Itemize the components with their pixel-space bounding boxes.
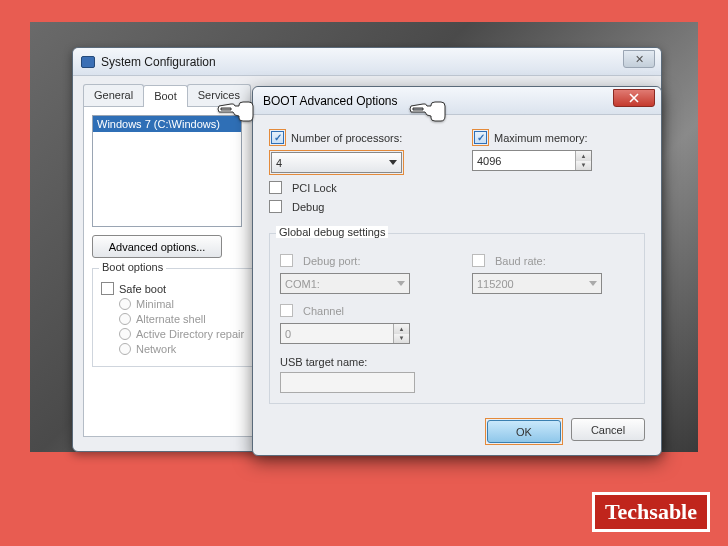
dialog-buttons: OK Cancel: [269, 418, 645, 445]
baud-rate-value: 115200: [477, 278, 514, 290]
advopt-body: Number of processors: 4 PCI Lock: [253, 115, 661, 459]
num-processors-checkbox[interactable]: [271, 131, 284, 144]
close-icon[interactable]: ✕: [623, 50, 655, 68]
channel-label: Channel: [303, 305, 344, 317]
sysconfig-title: System Configuration: [101, 55, 216, 69]
advopt-title: BOOT Advanced Options: [263, 94, 398, 108]
debug-checkbox[interactable]: [269, 200, 282, 213]
max-memory-checkbox-highlight: [472, 129, 489, 146]
pointer-hand-icon: [215, 96, 255, 124]
num-processors-combo-highlight: 4: [269, 150, 404, 175]
num-processors-label: Number of processors:: [291, 132, 402, 144]
usb-target-input: [280, 372, 415, 393]
spinner-buttons[interactable]: ▲▼: [575, 151, 591, 170]
tab-general[interactable]: General: [83, 84, 144, 106]
max-memory-checkbox[interactable]: [474, 131, 487, 144]
cancel-button[interactable]: Cancel: [571, 418, 645, 441]
radio-minimal: [119, 298, 131, 310]
safe-boot-label: Safe boot: [119, 283, 166, 295]
max-memory-spinner[interactable]: 4096 ▲▼: [472, 150, 592, 171]
advopt-titlebar[interactable]: BOOT Advanced Options: [253, 87, 661, 115]
debug-port-checkbox: [280, 254, 293, 267]
global-debug-label: Global debug settings: [276, 226, 388, 238]
boot-options-label: Boot options: [99, 261, 166, 273]
sysconfig-titlebar[interactable]: System Configuration ✕: [73, 48, 661, 76]
radio-ad-repair: [119, 328, 131, 340]
safe-boot-checkbox[interactable]: [101, 282, 114, 295]
num-processors-value: 4: [276, 157, 282, 169]
channel-checkbox: [280, 304, 293, 317]
num-processors-checkbox-highlight: [269, 129, 286, 146]
os-list[interactable]: Windows 7 (C:\Windows): [92, 115, 242, 227]
max-memory-label: Maximum memory:: [494, 132, 588, 144]
advanced-options-button[interactable]: Advanced options...: [92, 235, 222, 258]
usb-target-label: USB target name:: [280, 356, 367, 368]
screenshot-canvas: System Configuration ✕ General Boot Serv…: [30, 22, 698, 452]
chevron-down-icon: [589, 281, 597, 286]
watermark: Techsable: [592, 492, 710, 532]
spinner-buttons: ▲▼: [393, 324, 409, 343]
pci-lock-checkbox[interactable]: [269, 181, 282, 194]
max-memory-value: 4096: [473, 155, 575, 167]
sysconfig-icon: [81, 56, 95, 68]
debug-port-combo: COM1:: [280, 273, 410, 294]
baud-rate-checkbox: [472, 254, 485, 267]
boot-options-group: Boot options Safe boot Minimal Alternate…: [92, 268, 262, 367]
pointer-hand-icon: [407, 96, 447, 124]
ok-button-highlight: OK: [485, 418, 563, 445]
global-debug-settings-group: Global debug settings Debug port: COM1:: [269, 233, 645, 404]
baud-rate-combo: 115200: [472, 273, 602, 294]
boot-advanced-options-dialog: BOOT Advanced Options Number of processo…: [252, 86, 662, 456]
channel-spinner: 0 ▲▼: [280, 323, 410, 344]
debug-label: Debug: [292, 201, 324, 213]
radio-alternate-shell: [119, 313, 131, 325]
channel-value: 0: [281, 328, 393, 340]
tab-boot[interactable]: Boot: [143, 85, 188, 107]
debug-port-label: Debug port:: [303, 255, 360, 267]
chevron-down-icon: [389, 160, 397, 165]
close-button[interactable]: [613, 89, 655, 107]
radio-network: [119, 343, 131, 355]
pci-lock-label: PCI Lock: [292, 182, 337, 194]
ok-button[interactable]: OK: [487, 420, 561, 443]
baud-rate-label: Baud rate:: [495, 255, 546, 267]
chevron-down-icon: [397, 281, 405, 286]
debug-port-value: COM1:: [285, 278, 320, 290]
num-processors-combo[interactable]: 4: [271, 152, 402, 173]
